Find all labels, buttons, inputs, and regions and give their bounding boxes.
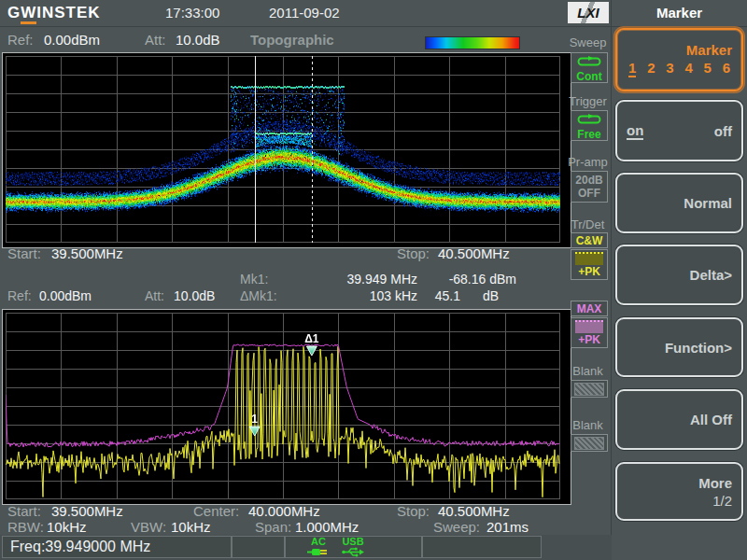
status-bar: Freq:39.949000 MHz AC USB xyxy=(0,535,612,560)
clock-date: 2011-09-02 xyxy=(269,5,340,21)
trace3-style-indicator xyxy=(571,380,608,398)
more-button[interactable]: More 1/2 xyxy=(615,462,743,521)
marker-off-option[interactable]: off xyxy=(714,123,732,139)
top-start-value: 39.500MHz xyxy=(51,245,123,261)
trace2-style-indicator: +PK xyxy=(571,317,608,348)
trigger-mode-label: Trigger xyxy=(564,94,612,108)
brand-logo-g: G xyxy=(7,4,21,21)
mk1-amplitude: -68.16 dBm xyxy=(417,272,516,287)
marker-number-row: 1 2 3 4 5 6 xyxy=(627,60,732,77)
brand-logo: GWINSTEK xyxy=(7,4,101,22)
normal-button[interactable]: Normal xyxy=(615,173,743,233)
bottom-ref-value: 0.00dBm xyxy=(39,288,92,303)
delta-mk1-label: ΔMk1: xyxy=(240,288,277,303)
usb-label: USB xyxy=(342,536,363,547)
pr-amp-label: Pr-amp xyxy=(564,155,612,169)
marker-1-digit[interactable]: 1 xyxy=(628,60,636,77)
mk1-label: Mk1: xyxy=(240,272,268,287)
trace1-mode-indicator: C&W xyxy=(571,232,608,248)
spectrum-canvas xyxy=(6,313,560,499)
ac-power-icon xyxy=(307,548,330,559)
delta-mk1-value: 45.1 xyxy=(417,288,460,303)
trace2-mode-value: MAX xyxy=(577,302,602,315)
lxi-logo: LXI xyxy=(568,2,609,23)
trigger-mode-value: Free xyxy=(577,128,600,141)
frequency-readout-value: 39.949000 MHz xyxy=(45,539,150,554)
marker-onoff-button[interactable]: on off xyxy=(615,100,743,161)
delta-button[interactable]: Delta> xyxy=(615,245,743,305)
menu-title: Marker xyxy=(612,5,747,21)
panel-divider xyxy=(611,0,612,560)
trace4-style-indicator xyxy=(571,434,608,452)
frequency-readout-box: Freq:39.949000 MHz xyxy=(2,536,232,558)
spectrum-screen xyxy=(2,309,571,505)
sweep-mode-label: Sweep xyxy=(564,35,612,49)
trace1-mode-value: C&W xyxy=(576,234,603,247)
spec-start-value: 39.500MHz xyxy=(51,503,123,519)
loop-icon xyxy=(577,53,601,70)
delta-button-label: Delta> xyxy=(690,267,732,283)
top-start-label: Start: xyxy=(7,245,41,261)
marker-3-digit[interactable]: 3 xyxy=(666,60,673,77)
brand-logo-rest: INSTEK xyxy=(36,4,100,21)
top-stop-value: 40.500MHz xyxy=(438,245,510,261)
trace3-blank-label: Blank xyxy=(564,364,612,378)
trigger-mode-indicator: Free xyxy=(571,110,608,141)
amplitude-colorbar xyxy=(425,36,520,49)
marker-4-digit[interactable]: 4 xyxy=(684,60,692,77)
top-ref-value: 0.00dBm xyxy=(44,32,100,48)
span-label: Span: xyxy=(255,519,291,535)
status-spacer-box xyxy=(232,536,285,558)
trace2-detector-value: +PK xyxy=(578,333,600,346)
brand-logo-w: W xyxy=(21,4,36,24)
marker-6-digit[interactable]: 6 xyxy=(723,60,730,77)
top-att-label: Att: xyxy=(145,32,166,48)
delta-mk1-unit: dB xyxy=(483,288,499,303)
bottom-ref-label: Ref: xyxy=(7,288,32,303)
connectivity-box: AC USB xyxy=(285,536,422,558)
marker-on-option[interactable]: on xyxy=(627,122,643,140)
spec-stop-label: Stop: xyxy=(397,503,430,519)
all-off-button-label: All Off xyxy=(690,412,732,427)
top-stop-label: Stop: xyxy=(397,245,430,261)
mk1-freq: 39.949 MHz xyxy=(317,272,417,287)
ac-power-label: AC xyxy=(311,536,326,547)
top-att-value: 10.0dB xyxy=(176,32,220,48)
spec-center-value: 40.000MHz xyxy=(248,503,320,519)
trace-detector-label: Tr/Det xyxy=(564,217,612,231)
marker-5-digit[interactable]: 5 xyxy=(704,60,712,77)
spec-stop-value: 40.500MHz xyxy=(438,503,510,519)
marker-select-label: Marker xyxy=(686,42,732,58)
more-button-label: More xyxy=(698,475,732,491)
top-ref-label: Ref: xyxy=(7,32,34,48)
trace1-detector-value: +PK xyxy=(578,265,600,278)
pr-amp-indicator: 20dB OFF xyxy=(571,171,608,203)
function-button[interactable]: Function> xyxy=(615,317,743,377)
normal-button-label: Normal xyxy=(684,195,732,211)
pr-amp-state: OFF xyxy=(578,187,600,200)
loop-icon xyxy=(577,111,601,128)
all-off-button[interactable]: All Off xyxy=(615,389,743,450)
frequency-readout-label: Freq: xyxy=(10,539,45,554)
topographic-screen xyxy=(2,52,571,248)
delta-mk1-freq: 103 kHz xyxy=(317,288,417,303)
rbw-label: RBW: xyxy=(7,519,44,535)
marker-select-button[interactable]: Marker 1 2 3 4 5 6 xyxy=(615,28,743,91)
trace4-swatch-icon xyxy=(574,437,604,450)
display-mode-label: Topographic xyxy=(250,32,334,48)
sweep-time-value: 201ms xyxy=(486,519,529,535)
topographic-canvas xyxy=(6,56,560,243)
spec-start-label: Start: xyxy=(7,503,41,519)
trace4-blank-label: Blank xyxy=(564,418,612,432)
vbw-label: VBW: xyxy=(131,519,166,535)
pr-amp-gain: 20dB xyxy=(575,174,602,187)
trace1-swatch-icon xyxy=(575,252,603,265)
trace2-swatch-icon xyxy=(575,320,603,333)
trace3-swatch-icon xyxy=(574,383,604,396)
function-button-label: Function> xyxy=(665,340,732,356)
vbw-value: 10kHz xyxy=(171,519,211,535)
spec-center-label: Center: xyxy=(193,503,239,519)
more-page-indicator: 1/2 xyxy=(712,493,732,509)
bottom-att-value: 10.0dB xyxy=(174,288,215,303)
marker-2-digit[interactable]: 2 xyxy=(647,60,655,77)
